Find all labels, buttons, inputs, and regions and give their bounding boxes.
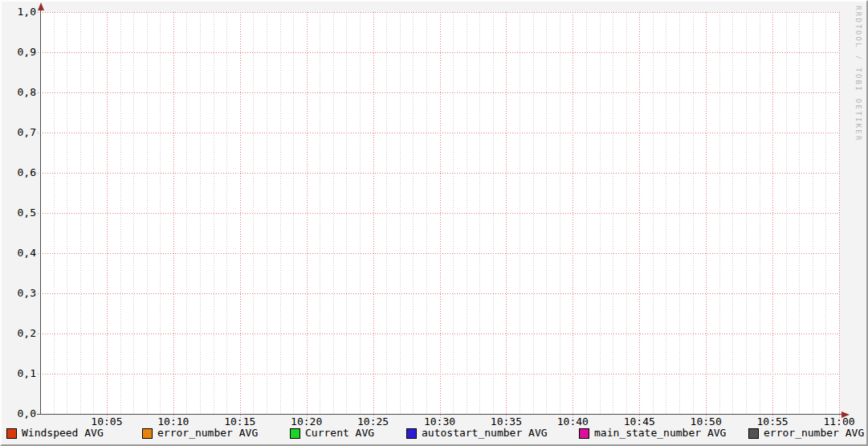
y-axis-tick-label: 0,0 xyxy=(2,408,36,419)
y-axis-tick-label: 0,4 xyxy=(2,248,36,259)
major-gridline-vertical xyxy=(307,12,308,419)
x-axis-tick-label: 10:10 xyxy=(149,416,198,428)
major-gridline-horizontal xyxy=(38,253,839,254)
x-axis-tick-label: 10:20 xyxy=(283,416,331,428)
x-axis-tick-label: 10:25 xyxy=(349,416,397,428)
legend-label: Current AVG xyxy=(305,428,374,439)
legend-swatch xyxy=(406,428,417,439)
major-gridline-vertical xyxy=(440,12,441,419)
y-axis-tick-label: 0,5 xyxy=(2,207,36,219)
x-axis-tick-label: 10:45 xyxy=(615,416,663,428)
major-gridline-vertical xyxy=(639,12,640,419)
x-axis-tick-label: 10:40 xyxy=(548,416,597,428)
x-axis-line xyxy=(37,414,842,415)
major-gridline-vertical xyxy=(573,12,573,419)
x-axis-tick-label: 11:00 xyxy=(815,416,863,428)
major-gridline-vertical xyxy=(107,12,108,419)
major-gridline-horizontal xyxy=(38,92,839,93)
major-gridline-vertical xyxy=(506,12,507,419)
x-axis-tick-label: 10:35 xyxy=(482,416,530,428)
major-gridline-vertical xyxy=(706,12,707,419)
legend-label: error_number AVG xyxy=(157,428,258,439)
x-axis-tick-label: 10:15 xyxy=(216,416,264,428)
legend-swatch xyxy=(6,428,17,439)
major-gridline-horizontal xyxy=(38,52,839,53)
major-gridline-horizontal xyxy=(38,333,839,334)
legend-label: main_state_number AVG xyxy=(594,428,726,439)
legend-label: autostart_number AVG xyxy=(422,428,548,439)
major-gridline-vertical xyxy=(173,12,174,419)
major-gridline-horizontal xyxy=(38,213,839,214)
y-axis-arrow-icon xyxy=(38,2,44,10)
legend-swatch xyxy=(142,428,153,439)
legend-swatch xyxy=(748,428,759,439)
y-axis-tick-label: 0,7 xyxy=(2,127,36,138)
y-axis-tick-label: 0,9 xyxy=(2,47,36,58)
y-axis-tick-label: 0,8 xyxy=(2,87,36,98)
rrdtool-graph: 1,00,90,80,70,60,50,40,30,20,10,010:0510… xyxy=(0,0,868,446)
y-axis-tick-label: 0,1 xyxy=(2,368,36,379)
legend-swatch xyxy=(290,428,300,439)
major-gridline-vertical xyxy=(772,12,773,419)
major-gridline-horizontal xyxy=(38,133,839,133)
major-gridline-horizontal xyxy=(38,374,839,374)
graph-stage: 1,00,90,80,70,60,50,40,30,20,10,010:0510… xyxy=(2,2,866,444)
legend-label: error_number AVG xyxy=(764,428,864,439)
legend-swatch xyxy=(579,428,589,439)
y-axis-line xyxy=(40,6,41,415)
y-axis-tick-label: 0,3 xyxy=(2,288,36,299)
major-gridline-vertical xyxy=(839,12,840,419)
major-gridline-horizontal xyxy=(38,12,839,13)
major-gridline-vertical xyxy=(240,12,241,419)
y-axis-tick-label: 1,0 xyxy=(2,6,36,18)
rrdtool-watermark: RRDTOOL / TOBI OETIKER xyxy=(854,6,862,142)
x-axis-tick-label: 10:05 xyxy=(83,416,131,428)
y-axis-tick-label: 0,2 xyxy=(2,328,36,339)
major-gridline-horizontal xyxy=(38,293,839,294)
legend-label: Windspeed AVG xyxy=(22,428,104,439)
x-axis-tick-label: 10:30 xyxy=(416,416,464,428)
major-gridline-horizontal xyxy=(38,173,839,174)
x-axis-tick-label: 10:55 xyxy=(748,416,797,428)
major-gridline-vertical xyxy=(373,12,374,419)
x-axis-tick-label: 10:50 xyxy=(682,416,730,428)
y-axis-tick-label: 0,6 xyxy=(2,167,36,178)
